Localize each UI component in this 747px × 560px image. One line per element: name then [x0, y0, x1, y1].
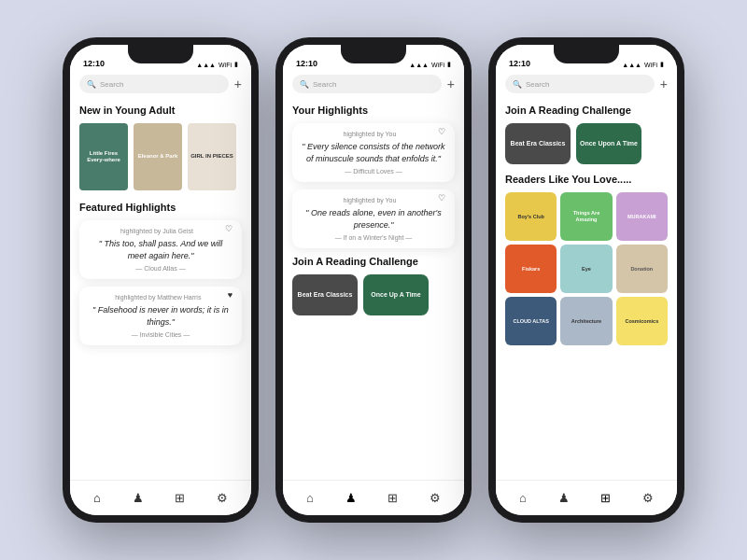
nav-settings-3[interactable]: ⚙ — [642, 491, 654, 505]
nav-profile-3[interactable]: ♟ — [558, 491, 570, 505]
featured-highlights-title: Featured Highlights — [79, 202, 242, 213]
highlight-quote-1: " This too, shall pass. And we will meet… — [89, 238, 233, 261]
reading-challenge-title-3: Join A Reading Challenge — [505, 105, 668, 116]
highlight-card-3: ♡ highlighted by You " Every silence con… — [292, 123, 455, 182]
readers-grid: Boy's Club Things Are Amazing MURAKAMI F… — [505, 192, 668, 345]
highlight-quote-4: " One reads alone, even in another's pre… — [302, 207, 445, 231]
heart-icon-2[interactable]: ♥ — [228, 290, 233, 300]
status-time-3: 12:10 — [509, 59, 530, 68]
your-highlights-title: Your Highlights — [292, 105, 455, 116]
phone-content-3: Join A Reading Challenge Beat Era Classi… — [496, 97, 677, 480]
search-icon-2: 🔍 — [300, 80, 309, 89]
book-cover-3[interactable]: GIRL IN PIECES — [188, 123, 236, 190]
search-bar[interactable]: 🔍 Search + — [70, 71, 251, 97]
highlight-source-3: Difficult Loves — [302, 168, 445, 175]
highlight-card-2: ♥ highlighted by Matthew Harris " Falseh… — [79, 287, 242, 345]
reader-book-8[interactable]: Architecture — [560, 297, 612, 345]
heart-icon-3[interactable]: ♡ — [438, 127, 445, 136]
nav-settings-2[interactable]: ⚙ — [430, 491, 441, 505]
highlight-quote-2: " Falsehood is never in words; it is in … — [89, 304, 233, 328]
highlight-source-2: Invisible Cities — [89, 331, 233, 338]
nav-home-3[interactable]: ⌂ — [519, 491, 527, 505]
highlight-card-1: ♡ highlighted by Julia Geist " This too,… — [79, 220, 242, 279]
book-img-2: Eleanor & Park — [134, 123, 182, 190]
status-icons: ▲▲▲ WiFi ▮ — [196, 61, 238, 68]
challenge-beat-era-3[interactable]: Beat Era Classics — [505, 123, 571, 164]
challenge-once-upon-3[interactable]: Once Upon A Time — [576, 123, 641, 164]
search-placeholder: Search — [100, 80, 123, 89]
highlight-source-4: If on a Winter's Night — [302, 234, 445, 241]
heart-icon-1[interactable]: ♡ — [225, 224, 233, 233]
notch — [128, 45, 193, 63]
phone-content: New in Young Adult Little Fires Every-wh… — [70, 97, 251, 480]
nav-profile[interactable]: ♟ — [133, 491, 144, 505]
battery-icon: ▮ — [234, 61, 238, 68]
reading-challenge-title-2: Join A Reading Challenge — [292, 256, 455, 267]
search-input[interactable]: 🔍 Search — [79, 75, 229, 93]
notch-2 — [341, 45, 406, 63]
challenge-beat-era-2[interactable]: Beat Era Classics — [292, 274, 358, 315]
heart-icon-4[interactable]: ♡ — [438, 193, 445, 203]
nav-home[interactable]: ⌂ — [93, 491, 101, 505]
search-placeholder-3: Search — [526, 80, 549, 89]
search-icon: 🔍 — [87, 80, 96, 89]
signal-icon-3: ▲▲▲ — [622, 62, 641, 68]
search-bar-2[interactable]: 🔍 Search + — [283, 71, 464, 97]
highlight-by-4: highlighted by You — [302, 197, 445, 203]
phone-content-2: Your Highlights ♡ highlighted by You " E… — [283, 97, 464, 480]
reader-book-6[interactable]: Donation — [616, 245, 668, 293]
wifi-icon-3: WiFi — [644, 62, 657, 68]
nav-library-3[interactable]: ⊞ — [600, 491, 611, 505]
search-placeholder-2: Search — [313, 80, 336, 89]
readers-like-you-title: Readers Like You Love..... — [505, 174, 668, 185]
highlight-card-4: ♡ highlighted by You " One reads alone, … — [292, 189, 455, 248]
reader-book-9[interactable]: Cosmicomics — [616, 297, 668, 345]
reader-book-5[interactable]: Eye — [560, 245, 612, 293]
highlight-source-1: Cloud Atlas — [89, 265, 233, 272]
phone-highlights: 12:10 ▲▲▲ WiFi ▮ 🔍 Search + Your Highlig… — [275, 37, 472, 523]
reader-book-4[interactable]: Fiskars — [505, 245, 557, 293]
add-button-3[interactable]: + — [660, 77, 668, 91]
nav-profile-2[interactable]: ♟ — [345, 491, 357, 505]
signal-icon: ▲▲▲ — [196, 62, 216, 68]
status-icons-2: ▲▲▲ WiFi ▮ — [409, 61, 451, 68]
challenge-row-3: Beat Era Classics Once Upon A Time — [505, 123, 668, 164]
challenge-once-upon-2[interactable]: Once Up A Time — [363, 274, 429, 315]
status-time: 12:10 — [83, 59, 105, 68]
bottom-nav-3: ⌂ ♟ ⊞ ⚙ — [496, 480, 677, 515]
book-img-3: GIRL IN PIECES — [188, 123, 236, 190]
phone-home: 12:10 ▲▲▲ WiFi ▮ 🔍 Search + New in Young… — [63, 37, 259, 523]
nav-home-2[interactable]: ⌂ — [306, 491, 314, 505]
search-icon-3: 🔍 — [513, 80, 522, 89]
challenge-row-2: Beat Era Classics Once Up A Time — [292, 274, 455, 315]
search-input-2[interactable]: 🔍 Search — [292, 75, 442, 93]
reader-book-7[interactable]: CLOUD ALTAS — [505, 297, 557, 345]
nav-library-2[interactable]: ⊞ — [388, 491, 398, 505]
highlight-by-2: highlighted by Matthew Harris — [89, 294, 233, 301]
wifi-icon: WiFi — [218, 62, 232, 68]
highlight-by-3: highlighted by You — [302, 131, 445, 137]
battery-icon-2: ▮ — [447, 61, 451, 68]
search-input-3[interactable]: 🔍 Search — [505, 75, 655, 93]
add-button-2[interactable]: + — [447, 77, 455, 91]
reader-book-1[interactable]: Boy's Club — [505, 192, 557, 241]
nav-settings[interactable]: ⚙ — [217, 491, 228, 505]
status-time-2: 12:10 — [296, 59, 317, 68]
nav-library[interactable]: ⊞ — [175, 491, 185, 505]
reader-book-2[interactable]: Things Are Amazing — [560, 192, 612, 241]
bottom-nav: ⌂ ♟ ⊞ ⚙ — [70, 480, 251, 515]
book-img-1: Little Fires Every-where — [79, 123, 128, 190]
highlight-quote-3: " Every silence consists of the network … — [302, 141, 445, 164]
book-row: Little Fires Every-where Eleanor & Park … — [79, 123, 242, 190]
signal-icon-2: ▲▲▲ — [409, 62, 429, 68]
book-cover-2[interactable]: Eleanor & Park — [134, 123, 182, 190]
wifi-icon-2: WiFi — [431, 62, 444, 68]
search-bar-3[interactable]: 🔍 Search + — [496, 71, 677, 97]
book-cover-1[interactable]: Little Fires Every-where — [79, 123, 128, 190]
battery-icon-3: ▮ — [660, 61, 664, 68]
add-button[interactable]: + — [234, 77, 242, 91]
section-new-ya-title: New in Young Adult — [79, 105, 242, 116]
phone-discover: 12:10 ▲▲▲ WiFi ▮ 🔍 Search + Join A Readi… — [488, 37, 684, 523]
reader-book-3[interactable]: MURAKAMI — [616, 192, 668, 241]
notch-3 — [554, 45, 619, 63]
